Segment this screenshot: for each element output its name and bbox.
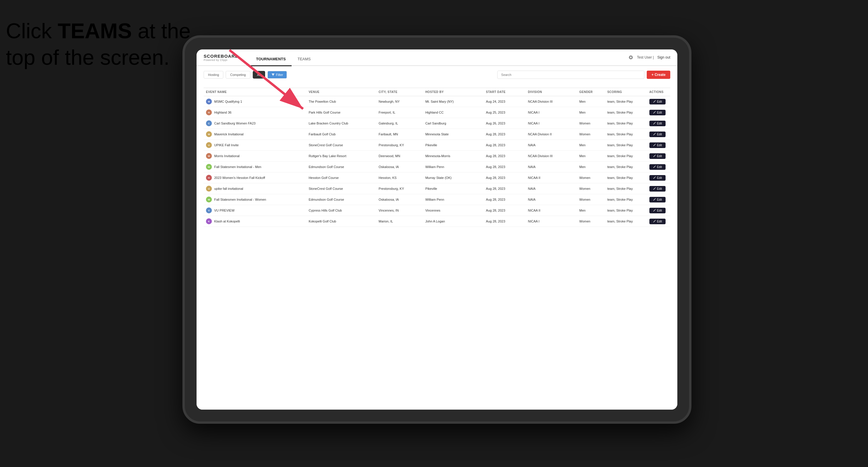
gear-icon[interactable] — [628, 55, 633, 60]
cell-venue: Park Hills Golf Course — [306, 107, 376, 118]
th-event-name: EVENT NAME — [204, 88, 306, 96]
cell-event-name: K Klash at Kokopelli — [204, 216, 306, 227]
table-row: U UPIKE Fall Invite StoneCrest Golf Cour… — [204, 140, 670, 151]
cell-scoring: team, Stroke Play — [605, 183, 647, 194]
logo-area: SCOREBOARD Powered by Clippi — [204, 54, 238, 62]
table-row: H 2023 Women's Hesston Fall Kickoff Hess… — [204, 173, 670, 183]
cell-city-state: Prestonsburg, KY — [376, 140, 423, 151]
cell-start-date: Aug 28, 2023 — [484, 216, 526, 227]
table-row: W Fall Statesmen Invitational - Men Edmu… — [204, 161, 670, 173]
cell-venue: Cypress Hills Golf Club — [306, 205, 376, 216]
search-input[interactable] — [497, 71, 644, 79]
cell-event-name: W Fall Statesmen Invitational - Men — [204, 161, 306, 173]
edit-icon — [653, 209, 656, 212]
filter-bar: Hosting Competing All Filter + Create — [204, 71, 670, 79]
col-gender — [577, 83, 605, 88]
cell-scoring: team, Stroke Play — [605, 118, 647, 129]
table-row: M Morris Invitational Ruttger's Bay Lake… — [204, 151, 670, 161]
cell-gender: Women — [577, 173, 605, 183]
edit-button[interactable]: Edit — [649, 208, 665, 213]
hosting-filter-btn[interactable]: Hosting — [204, 71, 223, 79]
table-row: M MSMC Qualifying 1 The Powelton Club Ne… — [204, 96, 670, 107]
header-right: Test User | Sign out — [628, 55, 670, 60]
table-header — [204, 83, 670, 88]
cell-venue: Lake Bracken Country Club — [306, 118, 376, 129]
tournaments-table: EVENT NAME VENUE CITY, STATE HOSTED BY S… — [204, 83, 670, 227]
edit-icon — [653, 155, 656, 157]
edit-button[interactable]: Edit — [649, 175, 665, 181]
tab-tournaments[interactable]: TOURNAMENTS — [250, 57, 291, 66]
cell-scoring: team, Stroke Play — [605, 194, 647, 205]
cell-division: NCAA Division III — [526, 151, 577, 161]
cell-scoring: team, Stroke Play — [605, 161, 647, 173]
cell-city-state: Hesston, KS — [376, 173, 423, 183]
filter-btn[interactable]: Filter — [268, 71, 287, 79]
cell-venue: Kokopelli Golf Club — [306, 216, 376, 227]
edit-button[interactable]: Edit — [649, 143, 665, 148]
edit-button[interactable]: Edit — [649, 121, 665, 126]
edit-button[interactable]: Edit — [649, 153, 665, 159]
cell-hosted-by: Carl Sandburg — [423, 118, 484, 129]
event-name-text: UPIKE Fall Invite — [214, 143, 239, 147]
cell-venue: Edmundson Golf Course — [306, 194, 376, 205]
cell-venue: Hesston Golf Course — [306, 173, 376, 183]
cell-gender: Women — [577, 194, 605, 205]
cell-actions: Edit — [647, 151, 670, 161]
col-start-date — [484, 83, 526, 88]
th-start-date: START DATE — [484, 88, 526, 96]
table-row: H Highland 36 Park Hills Golf Course Fre… — [204, 107, 670, 118]
th-city-state: CITY, STATE — [376, 88, 423, 96]
edit-button[interactable]: Edit — [649, 186, 665, 192]
tab-teams[interactable]: TEAMS — [291, 57, 317, 66]
cell-division: NICAA I — [526, 216, 577, 227]
all-filter-btn[interactable]: All — [253, 71, 265, 79]
edit-icon — [653, 100, 656, 103]
event-name-text: Fall Statesmen Invitational - Men — [214, 165, 261, 168]
team-logo: M — [206, 131, 212, 137]
team-logo: H — [206, 175, 212, 181]
team-logo: H — [206, 110, 212, 115]
cell-actions: Edit — [647, 161, 670, 173]
cell-actions: Edit — [647, 107, 670, 118]
cell-gender: Women — [577, 183, 605, 194]
main-content: Hosting Competing All Filter + Create — [196, 66, 677, 410]
edit-button[interactable]: Edit — [649, 131, 665, 137]
cell-city-state: Marion, IL — [376, 216, 423, 227]
cell-division: NICAA I — [526, 107, 577, 118]
cell-city-state: Faribault, MN — [376, 129, 423, 140]
edit-button[interactable]: Edit — [649, 99, 665, 104]
signout-link[interactable]: Sign out — [657, 55, 670, 59]
cell-hosted-by: John A Logan — [423, 216, 484, 227]
cell-division: NAIA — [526, 194, 577, 205]
cell-venue: Edmundson Golf Course — [306, 161, 376, 173]
search-box — [497, 71, 644, 79]
table-row: C Carl Sandburg Women FA23 Lake Bracken … — [204, 118, 670, 129]
cell-hosted-by: William Penn — [423, 194, 484, 205]
cell-city-state: Galesburg, IL — [376, 118, 423, 129]
cell-start-date: Aug 28, 2023 — [484, 161, 526, 173]
table-row: K Klash at Kokopelli Kokopelli Golf Club… — [204, 216, 670, 227]
edit-button[interactable]: Edit — [649, 197, 665, 203]
cell-start-date: Aug 28, 2023 — [484, 140, 526, 151]
cell-division: NICAA I — [526, 118, 577, 129]
edit-button[interactable]: Edit — [649, 219, 665, 224]
cell-venue: Ruttger's Bay Lake Resort — [306, 151, 376, 161]
cell-actions: Edit — [647, 183, 670, 194]
team-logo: M — [206, 153, 212, 159]
edit-button[interactable]: Edit — [649, 110, 665, 115]
tablet-screen: SCOREBOARD Powered by Clippi TOURNAMENTS… — [196, 50, 677, 410]
cell-city-state: Oskaloosa, IA — [376, 194, 423, 205]
create-btn[interactable]: + Create — [647, 71, 670, 79]
event-name-text: MSMC Qualifying 1 — [214, 100, 242, 103]
th-venue: VENUE — [306, 88, 376, 96]
event-name-text: VU PREVIEW — [214, 209, 235, 212]
competing-filter-btn[interactable]: Competing — [226, 71, 250, 79]
edit-button[interactable]: Edit — [649, 164, 665, 170]
instruction-text: Click TEAMS at thetop of the screen. — [6, 18, 191, 71]
user-text: Test User | — [637, 55, 654, 59]
team-logo: C — [206, 120, 212, 126]
cell-actions: Edit — [647, 118, 670, 129]
cell-start-date: Aug 28, 2023 — [484, 183, 526, 194]
cell-division: NCAA Division III — [526, 96, 577, 107]
cell-venue: Faribault Golf Club — [306, 129, 376, 140]
